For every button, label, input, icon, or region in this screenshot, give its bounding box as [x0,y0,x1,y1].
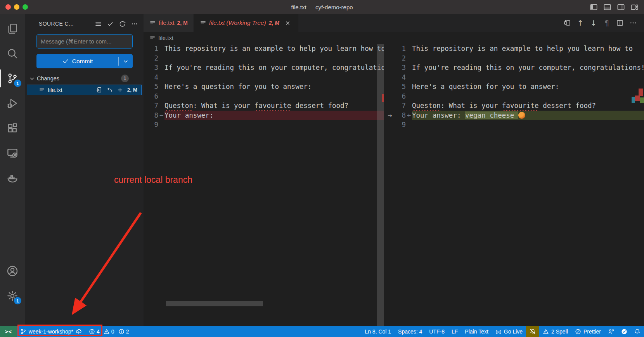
changed-file-row[interactable]: file.txt 2, M [27,85,142,95]
docker-icon [7,172,18,184]
status-spell-status[interactable] [618,326,631,337]
code-text: Your answer: [164,111,384,120]
status-eol[interactable]: LF [448,326,461,337]
language-mode-label: Plain Text [465,328,488,335]
code-text: Here's a question for you to answer: [412,82,644,92]
breadcrumb[interactable]: file.txt [144,32,644,44]
code-text: If you're reading this on your computer,… [412,63,644,73]
layout-panel-icon[interactable] [603,3,611,11]
code-text [412,92,644,101]
code-line-3: 3If you're reading this on your computer… [144,63,384,73]
sidebar-title: SOURCE C... [39,21,74,27]
more-editor-actions-button[interactable] [628,17,639,28]
code-text [164,120,384,130]
commit-button[interactable]: Commit [36,54,133,68]
arrow-down-icon: ↓ [590,19,597,27]
diff-modified-pane[interactable]: 1This repository is an example to help y… [384,44,644,326]
code-text: Queston: What is your favourite dessert … [164,101,384,111]
left-pane-scrollbar[interactable] [377,44,384,326]
warning-icon [543,328,549,335]
tab-file[interactable]: file.txt2, M [144,14,194,32]
activity-item-explorer[interactable] [0,16,25,41]
commit-action-icon[interactable] [107,20,114,28]
window-title: file.txt — cyf-demo-repo [0,4,644,10]
line-number: 2 [396,54,406,63]
line-number: 1 [144,44,158,54]
problems-item[interactable]: 4 0 2 [85,326,135,337]
activity-item-search[interactable] [0,41,25,66]
prettier-label: Prettier [583,328,601,335]
activity-item-remote-explorer[interactable] [0,141,25,165]
horizontal-scrollbar[interactable] [166,301,263,306]
diff-marker [406,44,412,54]
refresh-icon[interactable] [119,20,126,28]
diff-change-arrow-icon[interactable]: → [384,111,396,120]
activity-item-source-control[interactable]: 1 [0,66,25,91]
diff-marker [406,82,412,92]
discard-changes-icon[interactable] [106,87,113,93]
next-change-button[interactable]: ↓ [588,17,599,28]
file-status-badge: 2, M [127,87,137,93]
diff-marker [158,101,164,111]
status-feedback[interactable] [604,326,618,337]
diff-editor: 1This repository is an example to help y… [144,44,644,326]
diff-marker [406,101,412,111]
view-as-list-icon[interactable] [95,20,102,28]
diff-marker [158,73,164,82]
activity-item-run-debug[interactable] [0,91,25,116]
commit-message-input[interactable] [36,34,133,49]
line-number: 8 [144,111,158,120]
emoji [518,112,525,119]
close-tab-button[interactable] [284,19,292,27]
commit-dropdown-button[interactable] [119,58,133,64]
activity-item-accounts[interactable] [0,259,25,283]
remote-indicator[interactable]: >< [0,326,17,337]
activity-item-docker[interactable] [0,165,25,190]
status-notifications-muted[interactable] [526,326,539,337]
line-number: 6 [144,92,158,101]
line-number: 8 [396,111,406,120]
more-actions-icon[interactable] [131,20,138,28]
diff-gutter [384,101,396,111]
minimize-window-button[interactable] [14,4,19,10]
status-encoding[interactable]: UTF-8 [426,326,448,337]
settings-badge: 1 [14,297,21,304]
status-cursor-position[interactable]: Ln 8, Col 1 [361,326,395,337]
status-indentation[interactable]: Spaces: 4 [395,326,426,337]
layout-sidebar-right-icon[interactable] [617,3,625,11]
bell-slash-icon [530,328,536,335]
warnings-icon [104,328,110,335]
layout-custom-icon[interactable] [630,3,639,11]
diff-marker [158,63,164,73]
code-line-9: 9 [384,120,644,130]
status-notifications[interactable] [631,326,644,337]
code-text: This repository is an example to help yo… [164,44,384,54]
status-spell-problems[interactable]: 2 Spell [539,326,571,337]
split-editor-button[interactable] [615,17,625,28]
previous-change-button[interactable]: ↑ [575,17,586,28]
render-whitespace-button[interactable]: ¶ [601,17,612,28]
code-line-7: 7Queston: What is your favourite dessert… [144,101,384,111]
activity-item-extensions[interactable] [0,116,25,141]
code-line-8: →8+Your answer: vegan cheese [384,111,644,120]
diff-original-pane[interactable]: 1This repository is an example to help y… [144,44,384,326]
open-changes-button[interactable] [562,17,573,28]
status-prettier[interactable]: Prettier [571,326,604,337]
tab-file-working-tree[interactable]: file.txt (Working Tree)2, M [194,14,298,32]
git-branch-item[interactable]: week-1-workshop* [17,326,85,337]
code-line-8: 8−Your answer: [144,111,384,120]
diff-marker [158,82,164,92]
diff-marker [158,92,164,101]
open-file-icon[interactable] [96,87,102,93]
stage-changes-icon[interactable] [117,87,123,93]
status-go-live[interactable]: Go Live [492,326,526,337]
status-language-mode[interactable]: Plain Text [461,326,492,337]
line-number: 3 [396,63,406,73]
changes-section-header[interactable]: Changes 1 [25,73,144,84]
window-controls [5,4,28,10]
search-icon [7,48,18,59]
layout-sidebar-icon[interactable] [590,3,598,11]
zoom-window-button[interactable] [23,4,28,10]
activity-item-settings[interactable]: 1 [0,283,25,308]
close-window-button[interactable] [5,4,11,10]
